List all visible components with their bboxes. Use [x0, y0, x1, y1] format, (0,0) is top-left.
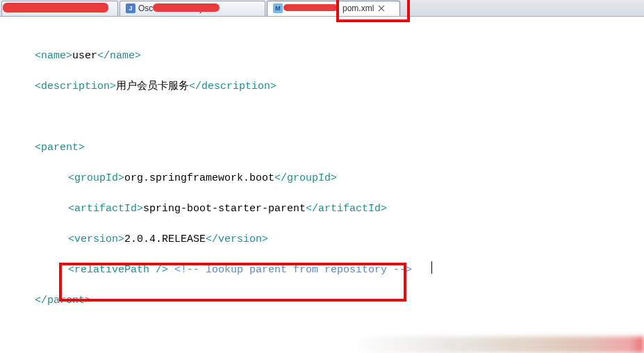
code-line: <relativePath /> <!-- lookup parent from…	[0, 263, 644, 278]
text-caret-icon	[431, 261, 432, 274]
code-line: <groupId>org.springframework.boot</group…	[0, 171, 644, 186]
maven-file-icon: M	[273, 3, 283, 13]
tab-3-label: pom.xml	[342, 3, 374, 13]
code-line: <artifactId>spring-boot-starter-parent</…	[0, 202, 644, 217]
xml-editor[interactable]: <name>user</name> <description>用户会员卡服务</…	[0, 17, 644, 353]
java-file-icon: J	[126, 3, 135, 13]
annotation-scribble-2	[153, 3, 220, 12]
code-line: <name>user</name>	[0, 49, 644, 64]
code-blank	[0, 110, 644, 125]
code-line: <description>用户会员卡服务</description>	[0, 79, 644, 95]
code-line: </parent>	[0, 293, 644, 309]
blurred-region	[352, 336, 644, 353]
close-icon[interactable]	[378, 5, 385, 12]
tab-2-prefix: Osc	[138, 3, 153, 13]
code-line: <parent>	[0, 140, 644, 156]
annotation-scribble-3	[283, 4, 338, 11]
annotation-scribble-1	[3, 3, 108, 13]
code-line: <version>2.0.4.RELEASE</version>	[0, 232, 644, 247]
